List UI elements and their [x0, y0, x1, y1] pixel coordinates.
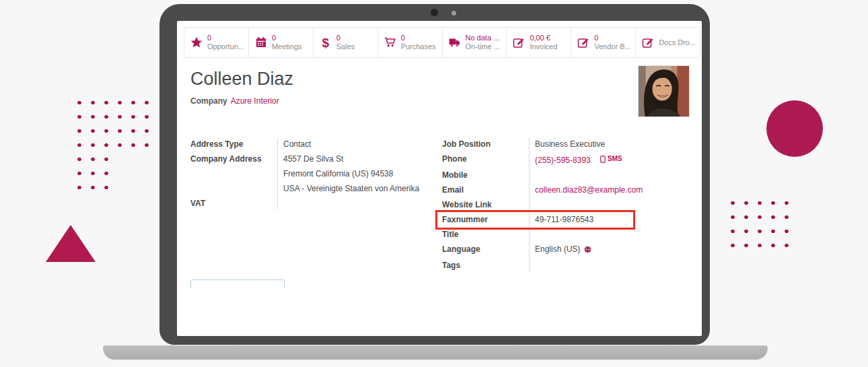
- stat-value: 0: [401, 34, 436, 42]
- edit-icon: [511, 36, 526, 49]
- globe-icon[interactable]: [584, 243, 591, 258]
- address-street: 4557 De Silva St: [283, 152, 431, 166]
- cart-icon: [383, 36, 398, 49]
- mobile-phone-icon: [600, 156, 606, 163]
- field-label: VAT: [190, 196, 277, 211]
- invoiced-stat-button[interactable]: 0,00 €Invoiced: [506, 28, 571, 57]
- field-label: Language: [442, 242, 529, 257]
- stat-label: Vendor B...: [594, 42, 630, 51]
- stat-value: 0: [594, 34, 630, 42]
- stat-label: Purchases: [401, 42, 436, 51]
- company-address-value[interactable]: 4557 De Silva St Fremont California (US)…: [277, 152, 431, 196]
- field-label: Job Position: [442, 137, 529, 152]
- stat-value: 0: [207, 34, 244, 42]
- phone-link[interactable]: (255)-595-8393: [535, 156, 591, 165]
- field-label: Phone: [442, 152, 529, 166]
- field-label: Website Link: [442, 197, 529, 212]
- field-label: Mobile: [442, 168, 529, 182]
- email-cell: colleen.diaz83@example.com: [529, 182, 691, 197]
- field-label: Tags: [442, 258, 529, 273]
- star-icon: [189, 36, 204, 49]
- field-row-vat: VAT: [190, 196, 431, 211]
- company-label: Company: [190, 96, 227, 106]
- field-label: Title: [442, 227, 529, 242]
- field-row-website-link: Website Link: [442, 197, 691, 212]
- stat-label: Opportun...: [207, 42, 244, 51]
- company-link[interactable]: Azure Interior: [231, 96, 279, 106]
- field-row-company-address: Company Address 4557 De Silva St Fremont…: [190, 152, 431, 196]
- dot-grid-left-top: [73, 96, 153, 152]
- triangle-decoration: [46, 225, 96, 262]
- dot-grid-right: [726, 196, 793, 253]
- field-group-right: Job Position Business Executive Phone (2…: [442, 137, 691, 273]
- dollar-icon: $: [318, 36, 333, 49]
- purchases-stat-button[interactable]: 0Purchases: [377, 28, 442, 57]
- field-row-title: Title: [442, 227, 691, 242]
- email-link[interactable]: colleen.diaz83@example.com: [535, 185, 643, 195]
- address-city: Fremont California (US) 94538: [283, 166, 431, 181]
- sms-label: SMS: [608, 152, 622, 166]
- language-value[interactable]: English (US): [535, 244, 580, 254]
- field-label: Email: [442, 182, 529, 197]
- contact-name: Colleen Diaz: [190, 68, 293, 90]
- field-row-mobile: Mobile: [442, 168, 691, 182]
- field-label: Company Address: [190, 152, 277, 166]
- field-row-job-position: Job Position Business Executive: [442, 137, 691, 152]
- sms-button[interactable]: SMS: [600, 152, 622, 166]
- stat-value: 0,00 €: [530, 34, 557, 42]
- truck-icon: [447, 36, 462, 49]
- field-row-tags: Tags: [442, 258, 691, 273]
- field-row-language: Language English (US): [442, 242, 691, 258]
- field-group-left: Address Type Contact Company Address 455…: [190, 137, 431, 211]
- stat-label: Docs Dro...: [659, 38, 695, 47]
- field-row-phone: Phone (255)-595-8393SMS: [442, 152, 691, 168]
- stat-value: No data ...: [466, 34, 500, 42]
- stat-label: Meetings: [272, 42, 302, 51]
- calendar-icon: [254, 36, 268, 49]
- webcam-icon: [431, 9, 438, 16]
- vendor-bills-stat-button[interactable]: 0Vendor B...: [571, 28, 635, 57]
- stat-button-row: 0Opportun... 0Meetings $ 0Sales 0Purchas…: [184, 27, 700, 58]
- sales-stat-button[interactable]: $ 0Sales: [313, 28, 377, 57]
- stat-value: 0: [272, 34, 302, 42]
- opportunities-stat-button[interactable]: 0Opportun...: [184, 28, 248, 57]
- field-row-email: Email colleen.diaz83@example.com: [442, 182, 691, 197]
- contact-photo[interactable]: [638, 65, 690, 117]
- webcam-led-icon: [451, 11, 456, 15]
- language-cell: English (US): [529, 242, 691, 258]
- field-label: Address Type: [190, 137, 277, 152]
- edit-icon: [576, 36, 591, 49]
- docs-dropbox-stat-button[interactable]: Docs Dro...: [635, 28, 700, 57]
- notebook-tab[interactable]: [190, 279, 285, 288]
- job-position-value[interactable]: Business Executive: [529, 137, 691, 152]
- stat-label: On-time ...: [466, 42, 500, 51]
- dot-grid-left-bottom: [73, 152, 113, 195]
- meetings-stat-button[interactable]: 0Meetings: [248, 28, 313, 57]
- page: 0Opportun... 0Meetings $ 0Sales 0Purchas…: [0, 0, 868, 367]
- edit-icon: [641, 36, 655, 49]
- company-line: CompanyAzure Interior: [190, 96, 279, 106]
- address-type-value[interactable]: Contact: [277, 137, 431, 152]
- field-row-address-type: Address Type Contact: [190, 137, 431, 152]
- on-time-stat-button[interactable]: No data ...On-time ...: [442, 28, 507, 57]
- field-label: Faxnummer: [442, 212, 529, 227]
- laptop-screen: 0Opportun... 0Meetings $ 0Sales 0Purchas…: [177, 21, 702, 336]
- circle-decoration: [766, 100, 823, 157]
- phone-cell: (255)-595-8393SMS: [529, 152, 691, 168]
- field-row-faxnummer: Faxnummer 49-711-9876543: [442, 212, 691, 227]
- stat-label: Sales: [336, 42, 355, 51]
- address-country: USA - Vereinigte Staaten von Amerika: [283, 181, 431, 196]
- stat-value: 0: [336, 34, 355, 42]
- laptop-base: [103, 345, 768, 360]
- stat-label: Invoiced: [530, 42, 557, 51]
- faxnummer-value[interactable]: 49-711-9876543: [529, 212, 691, 227]
